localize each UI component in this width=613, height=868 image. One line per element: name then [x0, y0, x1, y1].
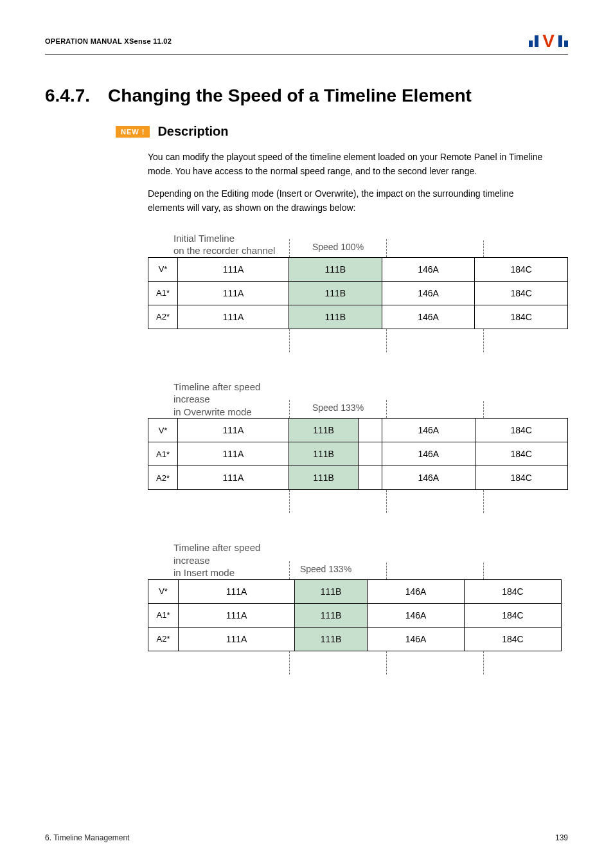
diagram-label: in Overwrite mode [173, 406, 289, 419]
table-row: A2* 111A 111B 146A 184C [148, 627, 562, 651]
new-badge-icon: NEW ! [116, 126, 150, 138]
clip-gap [359, 419, 382, 442]
clip-cell: 146A [368, 579, 465, 603]
tick-dangles [148, 329, 568, 352]
clip-gap [359, 442, 382, 466]
diagram-overwrite: Timeline after speed increase in Overwri… [148, 381, 568, 514]
clip-cell: 184C [475, 257, 568, 281]
diagram-label: Initial Timeline [173, 232, 289, 245]
logo-bar-icon [558, 35, 562, 47]
table-row: A1* 111A 111B 146A 184C [148, 281, 568, 305]
track-label: A1* [148, 603, 179, 627]
footer-left: 6. Timeline Management [45, 833, 129, 842]
table-row: V* 111A 111B 146A 184C [148, 579, 562, 603]
track-label: A1* [148, 281, 178, 305]
tick-dangles [148, 651, 568, 674]
subheading-row: NEW ! Description [116, 124, 568, 139]
table-row: V* 111A 111B 146A 184C [148, 257, 568, 281]
diagram-label: on the recorder channel [173, 244, 289, 257]
clip-cell: 111A [178, 419, 289, 442]
table-row: A1* 111A 111B 146A 184C [148, 442, 568, 466]
speed-label: Speed 133% [289, 400, 387, 418]
table-row: A2* 111A 111B 146A 184C [148, 305, 568, 329]
track-label: A2* [148, 627, 179, 651]
clip-cell: 146A [382, 305, 475, 329]
diagram-initial: Initial Timeline on the recorder channel… [148, 232, 568, 352]
logo-bar-icon [529, 41, 533, 47]
clip-cell: 111B [295, 603, 368, 627]
logo-v-icon: V [542, 32, 555, 50]
clip-cell: 184C [475, 281, 568, 305]
clip-cell: 184C [465, 579, 562, 603]
track-label: V* [148, 257, 178, 281]
speed-label: Speed 100% [289, 239, 387, 257]
clip-cell: 111B [289, 419, 359, 442]
logo-bar-icon [535, 35, 538, 47]
clip-gap [359, 466, 382, 490]
section-heading: 6.4.7. Changing the Speed of a Timeline … [45, 86, 568, 106]
clip-cell: 184C [475, 442, 567, 466]
clip-cell: 111B [289, 281, 382, 305]
clip-cell: 146A [382, 466, 475, 490]
clip-cell: 146A [368, 627, 465, 651]
table-row: V* 111A 111B 146A 184C [148, 419, 568, 442]
clip-cell: 146A [382, 419, 475, 442]
track-label: V* [148, 579, 179, 603]
diagram-label: Timeline after speed increase [173, 541, 289, 566]
track-label: A1* [148, 442, 178, 466]
diagram-insert: Timeline after speed increase in Insert … [148, 541, 568, 674]
clip-cell: 146A [382, 281, 475, 305]
clip-cell: 184C [475, 466, 567, 490]
clip-cell: 146A [382, 257, 475, 281]
tick-region [387, 563, 484, 579]
track-label: A2* [148, 466, 178, 490]
table-row: A1* 111A 111B 146A 184C [148, 603, 562, 627]
manual-title: OPERATION MANUAL XSense 11.02 [45, 37, 172, 45]
clip-cell: 111B [289, 305, 382, 329]
clip-cell: 111B [295, 627, 368, 651]
clip-cell: 111A [179, 579, 295, 603]
clip-cell: 111B [289, 257, 382, 281]
paragraph: Depending on the Editing mode (Insert or… [148, 187, 549, 215]
clip-cell: 184C [465, 627, 562, 651]
paragraph: You can modify the playout speed of the … [148, 150, 549, 178]
clip-cell: 111A [178, 257, 289, 281]
track-label: V* [148, 419, 178, 442]
table-row: A2* 111A 111B 146A 184C [148, 466, 568, 490]
clip-cell: 184C [475, 305, 568, 329]
clip-cell: 184C [475, 419, 567, 442]
clip-cell: 111A [179, 627, 295, 651]
clip-cell: 111B [295, 579, 368, 603]
logo-bar-icon [564, 41, 568, 47]
diagram-label: Timeline after speed increase [173, 381, 289, 406]
clip-cell: 146A [382, 442, 475, 466]
clip-cell: 111A [178, 442, 289, 466]
timeline-table: V* 111A 111B 146A 184C A1* 111A 111B 146… [148, 257, 568, 329]
clip-cell: 111A [179, 603, 295, 627]
page-header: OPERATION MANUAL XSense 11.02 V [45, 32, 568, 55]
footer-page-number: 139 [555, 833, 568, 842]
clip-cell: 184C [465, 603, 562, 627]
timeline-table: V* 111A 111B 146A 184C A1* 111A 111B 146… [148, 579, 562, 651]
subheading: Description [157, 124, 228, 139]
clip-cell: 111A [178, 466, 289, 490]
tick-region [387, 401, 484, 418]
tick-region [362, 563, 387, 579]
clip-cell: 111B [289, 466, 359, 490]
evs-logo: V [529, 32, 568, 50]
timeline-table: V* 111A 111B 146A 184C A1* 111A 111B 146… [148, 418, 568, 490]
tick-dangles [148, 490, 568, 513]
clip-cell: 111A [178, 281, 289, 305]
section-title: Changing the Speed of a Timeline Element [108, 86, 472, 106]
clip-cell: 111A [178, 305, 289, 329]
track-label: A2* [148, 305, 178, 329]
speed-label: Speed 133% [289, 561, 362, 579]
section-number: 6.4.7. [45, 86, 90, 106]
tick-region [387, 240, 484, 257]
clip-cell: 111B [289, 442, 359, 466]
diagram-label: in Insert mode [173, 566, 289, 579]
page-footer: 6. Timeline Management 139 [45, 833, 568, 842]
clip-cell: 146A [368, 603, 465, 627]
